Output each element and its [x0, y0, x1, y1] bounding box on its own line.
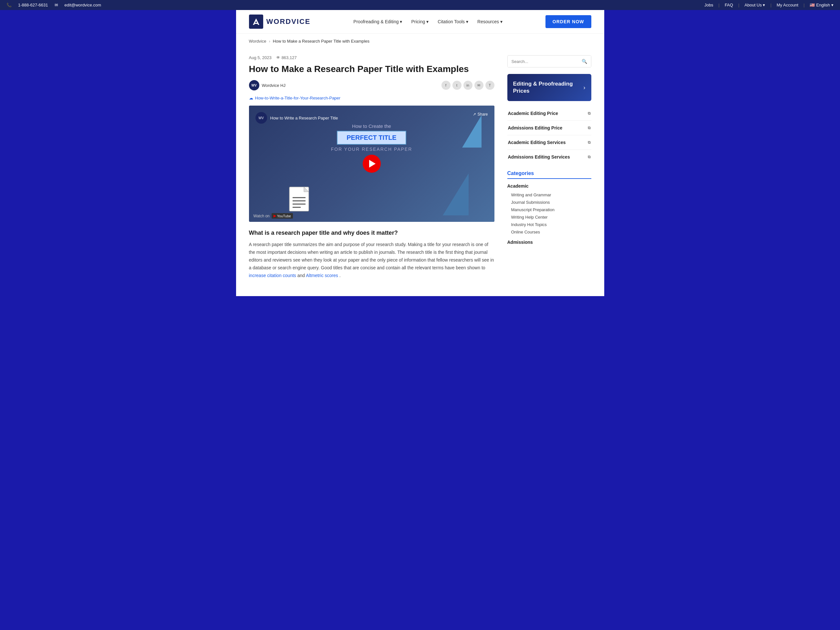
nav-citation-tools[interactable]: Citation Tools ▾ — [437, 19, 468, 24]
section1-text3: . — [339, 273, 341, 278]
section1-title: What is a research paper title and why d… — [249, 230, 494, 236]
twitter-share-icon[interactable]: t — [452, 81, 461, 90]
editing-prices-title: Editing & Proofreading Prices — [513, 81, 584, 95]
breadcrumb-home[interactable]: Wordvice — [249, 39, 267, 44]
category-writing-help-center[interactable]: Writing Help Center — [507, 213, 591, 221]
faq-link[interactable]: FAQ — [725, 3, 733, 8]
flag-icon: 🇺🇸 — [810, 3, 815, 8]
chevron-down-icon: ▾ — [466, 19, 468, 24]
watch-on-youtube: Watch on ▶ YouTube — [254, 213, 293, 219]
chevron-down-icon: ▾ — [831, 3, 834, 8]
search-input[interactable] — [508, 56, 578, 67]
avatar: WV — [249, 80, 259, 90]
email-share-icon[interactable]: ✉ — [474, 81, 483, 90]
academic-category-group: Academic Writing and Grammar Journal Sub… — [507, 183, 591, 236]
post-meta: Aug 5, 2023 👁 863,127 — [249, 55, 494, 60]
svg-rect-1 — [254, 23, 258, 24]
main-content: Aug 5, 2023 👁 863,127 How to Make a Rese… — [249, 55, 494, 283]
category-journal-submissions[interactable]: Journal Submissions — [507, 199, 591, 206]
document-icon — [288, 185, 314, 215]
editing-prices-arrow: › — [584, 84, 586, 91]
post-views: 👁 863,127 — [276, 55, 297, 60]
jobs-link[interactable]: Jobs — [704, 3, 713, 8]
external-link-icon: ⧉ — [588, 111, 591, 115]
chevron-down-icon: ▾ — [426, 19, 429, 24]
linkedin-share-icon[interactable]: in — [463, 81, 472, 90]
share-label: Share — [477, 112, 488, 117]
phone-icon: 📞 — [6, 3, 12, 8]
download-link[interactable]: ☁ How-to-Write-a-Title-for-Your-Research… — [249, 96, 494, 100]
video-background: WV How to Write a Research Paper Title H… — [249, 106, 494, 222]
admissions-editing-price-link[interactable]: Admissions Editing Price ⧉ — [507, 121, 591, 135]
section1-text2: and — [297, 273, 306, 278]
facebook-share-icon[interactable]: f — [442, 81, 450, 90]
top-bar-left: 📞 1-888-627-6631 ✉ edit@wordvice.com — [6, 3, 101, 8]
altmetric-link[interactable]: Altmetric scores — [306, 273, 338, 278]
category-writing-grammar[interactable]: Writing and Grammar — [507, 191, 591, 199]
category-industry-hot-topics[interactable]: Industry Hot Topics — [507, 221, 591, 228]
nav-proofreading-editing[interactable]: Proofreading & Editing ▾ — [353, 19, 402, 24]
download-link-text: How-to-Write-a-Title-for-Your-Research-P… — [255, 96, 341, 100]
external-link-icon: ⧉ — [588, 140, 591, 145]
share-icon: ↗ — [473, 112, 476, 117]
admissions-category-group: Admissions — [507, 240, 591, 245]
post-date: Aug 5, 2023 — [249, 55, 272, 60]
language-label: English — [816, 3, 830, 8]
video-channel-logo: WV — [256, 112, 267, 124]
main-header: WORDVICE Proofreading & Editing ▾ Pricin… — [236, 10, 604, 33]
video-container[interactable]: WV How to Write a Research Paper Title H… — [249, 106, 494, 222]
editing-prices-box[interactable]: Editing & Proofreading Prices › — [507, 74, 591, 101]
search-box: 🔍 — [507, 55, 591, 68]
nav-resources[interactable]: Resources ▾ — [477, 19, 502, 24]
language-selector[interactable]: 🇺🇸 English ▾ — [810, 3, 834, 8]
my-account-link[interactable]: My Account — [777, 3, 798, 8]
section1-paragraph: A research paper title summarizes the ai… — [249, 241, 494, 279]
youtube-badge: ▶ YouTube — [272, 213, 293, 219]
author-row: WV Wordvice HJ f t in ✉ T — [249, 80, 494, 90]
categories-section: Categories Academic Writing and Grammar … — [507, 171, 591, 245]
admissions-editing-services-link[interactable]: Admissions Editing Services ⧉ — [507, 150, 591, 164]
video-overlay-sub: FOR YOUR RESEARCH PAPER — [249, 147, 494, 152]
external-link-icon: ⧉ — [588, 155, 591, 159]
search-button[interactable]: 🔍 — [578, 55, 591, 67]
author: WV Wordvice HJ — [249, 80, 286, 90]
copy-share-icon[interactable]: T — [485, 81, 494, 90]
external-link-icon: ⧉ — [588, 126, 591, 130]
views-count: 863,127 — [282, 55, 297, 60]
category-manuscript-preparation[interactable]: Manuscript Preparation — [507, 206, 591, 213]
share-button[interactable]: ↗ Share — [473, 112, 488, 117]
video-title-overlay: How to Create the PERFECT TITLE FOR YOUR… — [249, 123, 494, 152]
categories-title: Categories — [507, 171, 591, 179]
admissions-group-title: Admissions — [507, 240, 591, 245]
order-now-button[interactable]: ORDER NOW — [545, 15, 591, 28]
author-name: Wordvice HJ — [262, 83, 286, 88]
academic-editing-services-link[interactable]: Academic Editing Services ⧉ — [507, 135, 591, 150]
breadcrumb-current: How to Make a Research Paper Title with … — [273, 39, 369, 44]
chevron-down-icon: ▾ — [400, 19, 402, 24]
price-links: Academic Editing Price ⧉ Admissions Edit… — [507, 106, 591, 164]
video-overlay-big: PERFECT TITLE — [337, 131, 406, 145]
post-title: How to Make a Research Paper Title with … — [249, 63, 494, 75]
academic-group-title: Academic — [507, 183, 591, 189]
top-bar: 📞 1-888-627-6631 ✉ edit@wordvice.com Job… — [0, 0, 840, 10]
logo-wordmark: WORDVICE — [267, 17, 311, 26]
increase-citation-link[interactable]: increase citation counts — [249, 273, 296, 278]
email-icon: ✉ — [55, 3, 58, 8]
nav-pricing[interactable]: Pricing ▾ — [411, 19, 429, 24]
page-wrapper: WORDVICE Proofreading & Editing ▾ Pricin… — [236, 10, 604, 296]
content-layout: Aug 5, 2023 👁 863,127 How to Make a Rese… — [236, 49, 604, 296]
email-link[interactable]: edit@wordvice.com — [65, 3, 101, 8]
breadcrumb-separator: › — [269, 39, 270, 44]
phone-link[interactable]: 1-888-627-6631 — [18, 3, 48, 8]
play-button[interactable] — [363, 155, 381, 173]
category-online-courses[interactable]: Online Courses — [507, 228, 591, 236]
logo-icon — [249, 14, 263, 29]
section1-text1: A research paper title summarizes the ai… — [249, 242, 494, 270]
logo[interactable]: WORDVICE — [249, 14, 311, 29]
breadcrumb: Wordvice › How to Make a Research Paper … — [236, 33, 604, 49]
download-icon: ☁ — [249, 96, 253, 100]
academic-editing-price-link[interactable]: Academic Editing Price ⧉ — [507, 106, 591, 121]
top-bar-right: Jobs | FAQ | About Us ▾ | My Account | 🇺… — [704, 3, 834, 8]
about-link[interactable]: About Us ▾ — [744, 3, 765, 8]
youtube-play-icon: ▶ — [273, 214, 276, 218]
